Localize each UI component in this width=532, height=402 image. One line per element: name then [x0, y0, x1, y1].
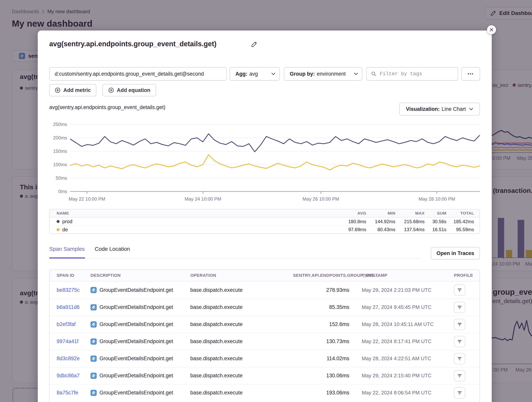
span-id-link[interactable]: 9dbc86a7	[57, 373, 90, 379]
span-row: b2ef3faf GroupEventDetailsEndpoint.get b…	[50, 316, 480, 333]
header-metric-value: SENTRY.API.ENDPOINTS.GROUP_EVE...	[293, 273, 349, 278]
span-id-link[interactable]: 9974a41f	[57, 338, 90, 345]
series-summary-table: NAME AVG MIN MAX SUM TOTAL prod 180.8ms …	[49, 209, 480, 234]
x-axis-tick-label: May 28 10:00 PM	[415, 196, 458, 202]
span-metric-value: 130.73ms	[293, 338, 349, 345]
span-metric-value: 114.02ms	[293, 356, 349, 362]
python-icon	[90, 356, 97, 362]
chevron-down-icon	[469, 108, 473, 111]
series-max: 137.54ms	[395, 227, 424, 232]
span-row: 8a75c7fe GroupEventDetailsEndpoint.get b…	[50, 384, 480, 401]
span-samples-table: SPAN ID DESCRIPTION OPERATION SENTRY.API…	[49, 269, 480, 402]
main-line-chart: 250ms200ms150ms100ms50ms0ms May 22 10:00…	[49, 122, 480, 206]
span-metric-value: 130.06ms	[293, 373, 349, 379]
flamegraph-icon	[457, 356, 462, 361]
span-description: GroupEventDetailsEndpoint.get	[99, 338, 173, 345]
summary-row: prod 180.8ms 144.92ms 215.68ms 30.56s 18…	[50, 217, 480, 225]
span-description: GroupEventDetailsEndpoint.get	[99, 287, 173, 293]
span-metric-value: 152.6ms	[293, 321, 349, 327]
series-max: 215.68ms	[395, 219, 424, 224]
more-options-dots: •••	[468, 71, 474, 76]
y-axis-tick-label: 150ms	[49, 148, 67, 154]
metric-query-value: d:custom/sentry.api.endpoints.group_even…	[55, 71, 204, 77]
close-modal-button[interactable]	[487, 25, 496, 34]
span-timestamp: May 28, 2024 10:45:11 AM UTC	[349, 321, 454, 327]
span-description: GroupEventDetailsEndpoint.get	[99, 390, 173, 396]
series-total: 185.42ms	[446, 219, 474, 224]
python-icon	[90, 304, 97, 310]
span-timestamp: May 27, 2024 9:45:45 PM UTC	[349, 304, 454, 310]
open-in-traces-button[interactable]: Open in Traces	[431, 247, 480, 260]
modal-title: avg(sentry.api.endpoints.group_event_det…	[49, 40, 216, 48]
span-timestamp: May 28, 2024 4:22:51 AM UTC	[349, 356, 454, 362]
span-metric-value: 193.06ms	[293, 390, 349, 396]
flamegraph-icon	[457, 322, 462, 327]
flamegraph-icon	[457, 339, 462, 344]
span-operation: base.dispatch.execute	[190, 356, 293, 362]
python-icon	[90, 338, 97, 345]
span-description: GroupEventDetailsEndpoint.get	[99, 321, 173, 327]
tab-code-location[interactable]: Code Location	[95, 246, 130, 252]
add-metric-button[interactable]: Add metric	[49, 84, 96, 96]
filter-tags-input[interactable]	[379, 71, 458, 77]
close-icon	[489, 27, 494, 32]
span-id-link[interactable]: 8a75c7fe	[57, 390, 90, 396]
series-total: 95.59ms	[446, 227, 474, 232]
summary-header-row: NAME AVG MIN MAX SUM TOTAL	[50, 209, 480, 217]
more-options-button[interactable]: •••	[461, 67, 480, 81]
header-operation: OPERATION	[190, 273, 293, 278]
profile-button[interactable]	[454, 353, 465, 364]
span-description: GroupEventDetailsEndpoint.get	[99, 356, 173, 362]
span-description: GroupEventDetailsEndpoint.get	[99, 304, 173, 310]
groupby-value: environment	[317, 71, 346, 77]
visualization-dropdown[interactable]: Visualization: Line Chart	[399, 103, 480, 116]
span-operation: base.dispatch.execute	[190, 321, 293, 327]
edit-title-pencil-icon[interactable]	[251, 41, 257, 47]
metric-query-input[interactable]: d:custom/sentry.api.endpoints.group_even…	[49, 67, 227, 81]
series-name: de	[62, 227, 68, 233]
header-timestamp: TIMESTAMP	[349, 273, 454, 278]
active-tab-underline	[49, 257, 85, 259]
span-id-link[interactable]: 8d3c892e	[57, 356, 90, 362]
agg-label: Agg:	[235, 71, 247, 77]
series-color-dot	[57, 228, 60, 231]
series-min: 144.92ms	[366, 219, 395, 224]
span-id-link[interactable]: b6a911d6	[57, 304, 90, 310]
span-operation: base.dispatch.execute	[190, 287, 293, 293]
span-description: GroupEventDetailsEndpoint.get	[99, 373, 173, 379]
profile-button[interactable]	[454, 284, 465, 296]
groupby-dropdown[interactable]: Group by: environment	[284, 67, 362, 81]
span-timestamp: May 22, 2024 8:06:54 PM UTC	[349, 390, 454, 396]
span-row: be83275c GroupEventDetailsEndpoint.get b…	[50, 281, 480, 299]
filter-tags-field[interactable]	[366, 67, 458, 81]
groupby-label: Group by:	[290, 71, 315, 77]
tab-span-samples[interactable]: Span Samples	[49, 246, 85, 252]
profile-button[interactable]	[454, 387, 465, 398]
y-axis-tick-label: 50ms	[49, 175, 67, 181]
agg-dropdown[interactable]: Agg: avg	[230, 67, 280, 81]
add-metric-label: Add metric	[63, 87, 91, 93]
x-axis-tick-label: May 24 10:00 PM	[182, 196, 224, 202]
profile-button[interactable]	[454, 302, 465, 313]
summary-header-min: MIN	[366, 211, 395, 216]
plus-circle-icon	[55, 87, 61, 93]
span-timestamp: May 22, 2024 8:17:41 PM UTC	[349, 338, 454, 345]
profile-button[interactable]	[454, 370, 465, 381]
span-id-link[interactable]: be83275c	[57, 287, 90, 293]
y-axis-tick-label: 100ms	[49, 162, 67, 167]
summary-header-sum: SUM	[424, 211, 446, 216]
span-row: 9dbc86a7 GroupEventDetailsEndpoint.get b…	[50, 367, 480, 384]
span-row: b6a911d6 GroupEventDetailsEndpoint.get b…	[50, 299, 480, 316]
y-axis-tick-label: 250ms	[49, 122, 67, 127]
add-equation-label: Add equation	[117, 87, 150, 93]
span-metric-value: 85.35ms	[293, 304, 349, 310]
profile-button[interactable]	[454, 336, 465, 347]
add-equation-button[interactable]: Add equation	[102, 84, 156, 96]
series-name: prod	[62, 218, 72, 224]
span-id-link[interactable]: b2ef3faf	[57, 321, 90, 327]
agg-value: avg	[249, 71, 258, 77]
series-avg: 180.8ms	[337, 219, 366, 224]
profile-button[interactable]	[454, 319, 465, 330]
chevron-down-icon	[354, 73, 358, 75]
chevron-down-icon	[271, 73, 276, 75]
